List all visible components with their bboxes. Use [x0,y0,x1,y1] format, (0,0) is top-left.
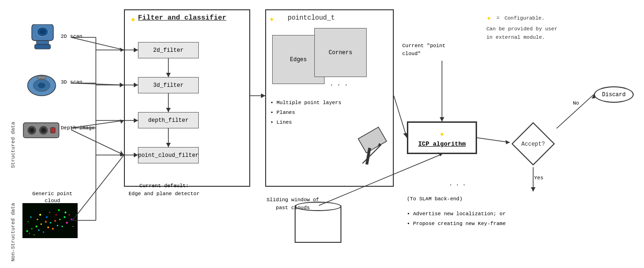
scan-3d-label: 3D scan [61,79,82,85]
svg-point-24 [64,216,65,218]
yes-label: Yes [534,175,543,181]
depth-image-label: Depth image [61,125,95,131]
filter-classifier-title: Filter and classifier [138,14,226,22]
filter-3d-box: 3d_filter [138,77,199,93]
pointcloud-star-icon: ✦ [269,13,275,25]
svg-point-22 [54,220,56,222]
ellipsis-label: · · · [449,182,466,189]
svg-point-13 [41,128,46,133]
svg-point-21 [50,222,51,224]
svg-point-18 [36,226,37,227]
tilted-planes-graphic [358,126,395,170]
svg-marker-59 [120,152,124,156]
pointcloud-bullets: • Multiple point layers • Planes • Lines [270,98,341,127]
svg-marker-61 [121,150,124,156]
svg-point-16 [26,230,28,232]
filter-star-icon: ✦ [130,13,136,26]
svg-line-70 [477,138,510,142]
filter-pc-box: point_cloud_filter [138,147,199,163]
pointcloud-dots: · · · [330,82,348,89]
svg-point-26 [29,233,30,234]
svg-point-34 [62,226,63,227]
generic-pointcloud-label: Generic pointcloud [29,190,76,205]
configurable-info: ✦ = Configurable. Can be provided by use… [486,12,557,42]
svg-point-7 [38,83,45,88]
svg-marker-65 [261,93,265,98]
svg-point-35 [71,219,72,220]
svg-marker-71 [506,140,510,144]
svg-point-36 [28,221,29,222]
filter-depth-box: depth_filter [138,112,199,128]
svg-point-28 [47,226,49,228]
current-point-cloud-label: Current "point cloud" [402,42,445,57]
discard-oval: Discard [594,86,634,103]
bottom-bullets: • Advertise new localization; or • Propo… [407,209,506,229]
svg-line-72 [557,94,594,128]
no-label: No [573,100,579,106]
svg-point-27 [38,230,40,231]
svg-point-30 [66,222,68,224]
scan-2d-label: 2D scan [61,34,82,39]
icp-star-icon: ✦ [439,128,445,140]
svg-point-41 [72,226,73,227]
svg-marker-55 [120,83,124,87]
svg-line-66 [394,96,407,138]
svg-line-52 [71,37,124,50]
structured-data-label: Structured data [10,37,16,168]
svg-point-17 [31,228,33,230]
svg-point-25 [69,214,70,216]
filter-2d-box: 2d_filter [138,42,199,58]
svg-rect-1 [36,41,49,44]
svg-point-29 [57,225,58,226]
svg-rect-15 [22,203,78,238]
svg-rect-8 [37,76,46,79]
svg-point-20 [45,221,47,223]
svg-point-44 [49,212,51,213]
svg-rect-46 [358,127,387,153]
svg-marker-53 [120,48,124,52]
svg-marker-75 [531,187,535,191]
diagram: Structured data Non-Structured data [0,0,644,268]
svg-point-42 [30,217,32,218]
current-default-label: Current default: Edge and plane detector [129,182,200,197]
svg-marker-67 [403,133,407,138]
svg-point-39 [56,214,57,216]
svg-point-11 [29,128,34,133]
svg-point-23 [59,219,61,220]
configurable-equals: = [496,15,499,21]
sensor-3d-scanner [26,72,58,98]
pointcloud-title: pointcloud_t [288,14,335,21]
corners-box: Corners [314,28,367,77]
svg-point-45 [58,209,60,211]
configurable-star-icon: ✦ [486,14,492,23]
pointcloud-image [22,203,78,238]
svg-rect-2 [35,44,51,49]
svg-point-38 [46,216,48,218]
svg-point-33 [52,228,54,230]
svg-point-19 [41,224,42,225]
svg-point-37 [37,219,38,220]
sliding-window-label: Sliding window of past clouds [267,196,319,212]
svg-point-31 [34,234,35,235]
svg-point-40 [65,212,66,213]
sensor-2d-scanner [28,24,57,51]
svg-point-43 [39,214,41,216]
svg-marker-57 [120,120,124,124]
icp-box: ✦ ICP algorithm [407,121,477,154]
icp-label: ICP algorithm [418,141,465,148]
sensor-depth-camera [22,119,60,141]
svg-point-4 [40,29,45,34]
accept-diamond-container: Accept? [510,120,557,169]
svg-rect-14 [51,127,55,133]
svg-marker-69 [440,117,444,121]
svg-point-32 [43,232,44,233]
svg-text:Accept?: Accept? [521,141,545,148]
svg-line-60 [72,155,124,220]
svg-line-58 [71,130,124,155]
to-slam-label: (To SLAM back-end) [407,196,463,202]
non-structured-data-label: Non-Structured data [10,177,16,261]
